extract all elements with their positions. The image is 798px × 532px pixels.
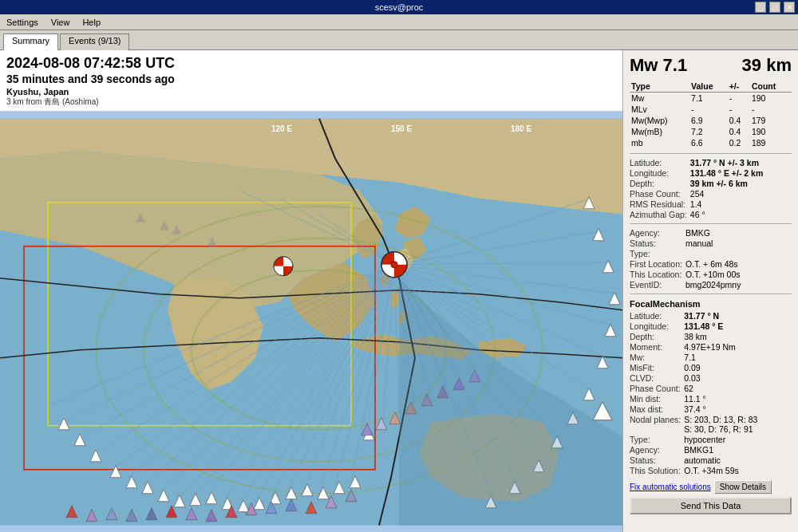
this-loc-value: O.T. +10m 00s — [685, 270, 792, 279]
first-loc-label: First Location: — [630, 259, 682, 269]
fm-misfit-label: MisFit: — [630, 363, 681, 372]
svg-text:180 E: 180 E — [511, 124, 531, 132]
azimuthal-value: 46 ° — [690, 210, 792, 219]
fm-status-value: automatic — [684, 455, 792, 465]
agency-value: BMKG — [685, 228, 792, 238]
event-header: 2024-08-08 07:42:58 UTC 35 minutes and 3… — [0, 50, 622, 112]
fm-phase-value: 62 — [684, 384, 792, 393]
fm-lon-value: 131.48 ° E — [684, 321, 792, 331]
fm-depth-value: 38 km — [684, 332, 792, 341]
send-data-button[interactable]: Send This Data — [630, 497, 792, 514]
event-id-value: bmg2024pmny — [685, 280, 792, 290]
tab-bar: Summary Events (9/13) — [0, 30, 798, 49]
window-controls[interactable]: _ □ ✕ — [755, 2, 795, 13]
show-details-button[interactable]: Show Details — [714, 480, 772, 494]
fm-phase-label: Phase Count: — [630, 384, 681, 393]
col-uncertainty: +/- — [728, 81, 750, 93]
lat-label: Latitude: — [630, 158, 687, 167]
focal-mechanism-params: Latitude: 31.77 ° N Longitude: 131.48 ° … — [630, 311, 792, 475]
event-time-ago: 35 minutes and 39 seconds ago — [6, 73, 616, 85]
fm-nodal-value1: S: 203, D: 13, R: 83 S: 30, D: 76, R: 91 — [684, 415, 792, 434]
event-distance: 3 km from 青島 (Aoshima) — [6, 97, 616, 108]
table-row: Mw(Mwp)6.90.4179 — [630, 115, 792, 126]
event-id-label: EventID: — [630, 280, 682, 290]
fm-type-value: hypocenter — [684, 435, 792, 444]
table-row: Mw7.1-190 — [630, 93, 792, 104]
left-panel: 2024-08-08 07:42:58 UTC 35 minutes and 3… — [0, 50, 622, 532]
tab-events[interactable]: Events (9/13) — [60, 33, 129, 50]
fm-maxdist-value: 37.4 ° — [684, 404, 792, 414]
this-loc-label: This Location: — [630, 270, 682, 279]
magnitude-header: Mw 7.1 39 km — [630, 55, 792, 76]
minimize-button[interactable]: _ — [755, 2, 766, 13]
bottom-buttons: Fix automatic solutions Show Details — [630, 480, 792, 494]
fm-mw-label: Mw: — [630, 353, 681, 362]
fm-moment-label: Moment: — [630, 342, 681, 352]
divider-3 — [630, 294, 792, 294]
table-row: mb6.60.2189 — [630, 137, 792, 148]
menu-view[interactable]: View — [48, 17, 73, 28]
maximize-button[interactable]: □ — [769, 2, 780, 13]
fm-status-label: Status: — [630, 455, 681, 465]
fix-automatic-button[interactable]: Fix automatic solutions — [630, 480, 711, 494]
table-row: Mw(mB)7.20.4190 — [630, 126, 792, 137]
menu-bar: Settings View Help — [0, 14, 798, 30]
fm-type-label: Type: — [630, 435, 681, 444]
tab-summary[interactable]: Summary — [3, 33, 58, 50]
divider-1 — [630, 153, 792, 154]
fm-depth-label: Depth: — [630, 332, 681, 341]
azimuthal-label: Azimuthal Gap: — [630, 210, 687, 219]
fm-clvd-label: CLVD: — [630, 373, 681, 383]
fm-moment-value: 4.97E+19 Nm — [684, 342, 792, 352]
close-button[interactable]: ✕ — [784, 2, 795, 13]
fm-solution-label: This Solution: — [630, 466, 681, 475]
depth-value: 39 km +/- 6 km — [690, 179, 792, 188]
menu-help[interactable]: Help — [79, 17, 104, 28]
divider-2 — [630, 223, 792, 224]
location-params: Latitude: 31.77 ° N +/- 3 km Longitude: … — [630, 158, 792, 219]
lon-value: 131.48 ° E +/- 2 km — [690, 168, 792, 178]
agency-label: Agency: — [630, 228, 682, 238]
svg-text:150 E: 150 E — [391, 124, 412, 132]
right-panel: Mw 7.1 39 km Type Value +/- Count Mw7.1-… — [622, 50, 798, 532]
map-area[interactable]: 180 E 150 E 120 E — [0, 112, 622, 532]
svg-text:120 E: 120 E — [271, 124, 292, 132]
phase-count-value: 254 — [690, 189, 792, 199]
focal-mechanism-title: FocalMechanism — [630, 299, 792, 309]
col-value: Value — [689, 81, 728, 93]
event-datetime: 2024-08-08 07:42:58 UTC — [6, 55, 616, 73]
menu-settings[interactable]: Settings — [3, 17, 41, 28]
fm-lat-label: Latitude: — [630, 311, 681, 321]
phase-count-label: Phase Count: — [630, 189, 687, 199]
fm-mindist-label: Min dist: — [630, 394, 681, 404]
fm-lon-label: Longitude: — [630, 321, 681, 331]
event-region: Kyushu, Japan — [6, 87, 616, 97]
fm-misfit-value: 0.09 — [684, 363, 792, 372]
fm-agency-value: BMKG1 — [684, 445, 792, 455]
main-content: 2024-08-08 07:42:58 UTC 35 minutes and 3… — [0, 49, 798, 532]
svg-point-53 — [391, 261, 397, 267]
depth-label: Depth: — [630, 179, 687, 188]
magnitude-table: Type Value +/- Count Mw7.1-190MLv---Mw(M… — [630, 81, 792, 148]
table-row: MLv--- — [630, 104, 792, 115]
map-svg: 180 E 150 E 120 E — [0, 112, 622, 532]
window-title: scesv@proc — [375, 2, 424, 12]
type-label: Type: — [630, 249, 682, 258]
mw-display: Mw 7.1 — [630, 55, 687, 76]
title-bar: scesv@proc _ □ ✕ — [0, 0, 798, 14]
rms-label: RMS Residual: — [630, 199, 687, 209]
rms-value: 1.4 — [690, 199, 792, 209]
col-type: Type — [630, 81, 689, 93]
first-loc-value: O.T. + 6m 48s — [685, 259, 792, 269]
lon-label: Longitude: — [630, 168, 687, 178]
fm-nodal-label: Nodal planes: — [630, 415, 681, 434]
fm-clvd-value: 0.03 — [684, 373, 792, 383]
fm-mw-value: 7.1 — [684, 353, 792, 362]
fm-solution-value: O.T. +34m 59s — [684, 466, 792, 475]
fm-agency-label: Agency: — [630, 445, 681, 455]
status-label: Status: — [630, 238, 682, 248]
lat-value: 31.77 ° N +/- 3 km — [690, 158, 792, 167]
fm-lat-value: 31.77 ° N — [684, 311, 792, 321]
type-value — [685, 249, 792, 258]
col-count: Count — [750, 81, 792, 93]
